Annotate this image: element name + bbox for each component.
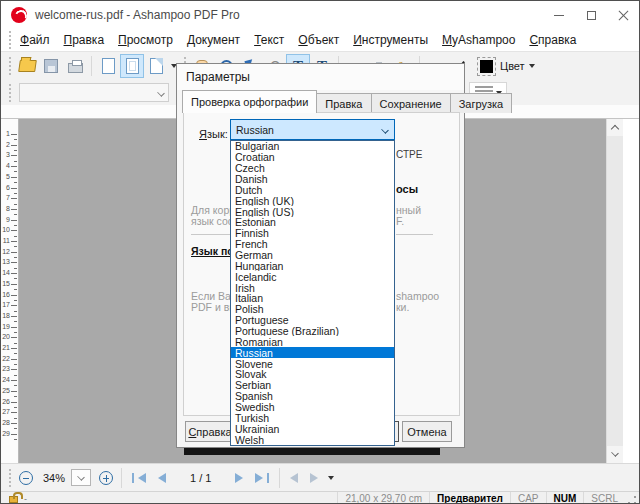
language-option[interactable]: Croatian [231, 152, 394, 163]
language-option[interactable]: Welsh [231, 434, 394, 445]
vertical-scrollbar[interactable] [606, 119, 623, 463]
page-view-3-button[interactable] [144, 54, 168, 78]
ruler-number: 24 [2, 376, 10, 383]
ruler-half-tick [14, 343, 17, 344]
caps-lock-indicator: CAP [510, 492, 546, 504]
language-option[interactable]: Spanish [231, 391, 394, 402]
language-combobox[interactable]: Russian [230, 119, 395, 140]
dialog-title-bar[interactable]: Параметры [177, 64, 464, 90]
language-option[interactable]: Slovak [231, 369, 394, 380]
zoom-nav-bar: 34% 1 / 1 [1, 463, 639, 491]
print-icon [68, 63, 83, 73]
cancel-button[interactable]: Отмена [402, 421, 452, 442]
page-view-1-button[interactable] [96, 54, 120, 78]
language-option[interactable]: Bulgarian [231, 141, 394, 152]
scroll-lock-indicator: SCRL [583, 492, 625, 504]
format-toolbar-grip[interactable] [9, 84, 11, 102]
language-option[interactable]: Finnish [231, 228, 394, 239]
color-swatch-icon[interactable] [480, 60, 493, 73]
ruler-half-tick [14, 182, 17, 183]
language-option[interactable]: Portuguese (Brazilian) [231, 326, 394, 337]
menu-item-5[interactable]: Текст [247, 31, 291, 49]
language-option[interactable]: Polish [231, 304, 394, 315]
ruler-number: 28 [2, 419, 10, 426]
dialog-tab-1[interactable]: Проверка орфографии [182, 90, 317, 113]
scroll-up-button[interactable] [607, 119, 623, 136]
menu-item-1[interactable]: Файл [13, 31, 57, 49]
ruler-number: 2 [6, 141, 10, 148]
menu-item-2[interactable]: Правка [57, 31, 112, 49]
ruler-half-tick [14, 246, 17, 247]
dialog-tab-4[interactable]: Загрузка [450, 93, 512, 113]
dialog-tab-3[interactable]: Сохранение [371, 93, 451, 113]
language-option[interactable]: Romanian [231, 336, 394, 347]
zoom-bar-grip[interactable] [9, 469, 11, 487]
ruler-tick [11, 145, 17, 146]
language-option[interactable]: German [231, 250, 394, 261]
language-option[interactable]: Dutch [231, 184, 394, 195]
language-option[interactable]: Serbian [231, 380, 394, 391]
nav-options-caret-icon[interactable] [328, 476, 334, 480]
language-option[interactable]: Russian [231, 347, 394, 358]
language-option[interactable]: English (US) [231, 206, 394, 217]
zoom-dropdown-button[interactable] [71, 469, 91, 486]
ruler-half-tick [14, 193, 17, 194]
color-label: Цвет [500, 60, 525, 72]
zoom-out-button[interactable] [19, 471, 33, 485]
language-option[interactable]: Icelandic [231, 271, 394, 282]
scroll-down-button[interactable] [607, 446, 623, 463]
dialog-tab-2[interactable]: Правка [316, 93, 371, 113]
language-option[interactable]: Turkish [231, 412, 394, 423]
language-option[interactable]: English (UK) [231, 195, 394, 206]
language-option[interactable]: French [231, 239, 394, 250]
toolbar-separator [91, 56, 92, 76]
print-button[interactable] [63, 54, 87, 78]
lock-open-icon[interactable] [9, 496, 18, 503]
maximize-button[interactable] [575, 1, 607, 29]
language-option[interactable]: Hungarian [231, 260, 394, 271]
language-option[interactable]: Swedish [231, 402, 394, 413]
bg-text-fragment: ки. [396, 301, 409, 313]
lock-options-dash[interactable]: - [24, 494, 27, 504]
separator-line [191, 234, 230, 235]
previous-page-button[interactable] [158, 473, 166, 483]
first-page-button[interactable] [132, 473, 146, 483]
language-option[interactable]: Czech [231, 163, 394, 174]
color-dropdown-caret-icon[interactable] [529, 64, 535, 68]
view-back-button[interactable] [290, 473, 298, 483]
language-option[interactable]: Irish [231, 282, 394, 293]
language-option[interactable]: Estonian [231, 217, 394, 228]
save-button[interactable] [39, 54, 63, 78]
last-page-button[interactable] [255, 473, 269, 483]
next-page-button[interactable] [235, 473, 243, 483]
menu-item-9[interactable]: Справка [522, 31, 583, 49]
bg-text-fragment: язык соо [191, 215, 234, 227]
language-option[interactable]: Portuguese [231, 315, 394, 326]
menu-item-8[interactable]: MyAshampoo [435, 31, 522, 49]
ruler-number: 16 [2, 291, 10, 298]
ruler-tick [11, 316, 17, 317]
ruler-half-tick [14, 289, 17, 290]
resize-grip[interactable] [627, 495, 637, 504]
view-forward-button[interactable] [310, 473, 318, 483]
open-file-button[interactable] [15, 54, 39, 78]
minimize-button[interactable] [543, 1, 575, 29]
close-button[interactable] [607, 1, 639, 29]
menu-item-4[interactable]: Документ [180, 31, 247, 49]
zoom-in-button[interactable] [99, 471, 113, 485]
ruler-number: 5 [6, 173, 10, 180]
toolbar-grip[interactable] [9, 57, 11, 75]
help-button[interactable]: Справка [185, 421, 235, 442]
bg-text-fragment: СТРЕ [396, 149, 422, 160]
language-option[interactable]: Danish [231, 174, 394, 185]
menu-item-6[interactable]: Объект [291, 31, 346, 49]
font-combobox[interactable] [19, 83, 169, 102]
language-option[interactable]: Slovene [231, 358, 394, 369]
combobox-chevron-icon [157, 89, 165, 97]
menubar-grip[interactable] [9, 31, 11, 49]
single-page-view-button[interactable] [120, 54, 144, 78]
menu-item-3[interactable]: Просмотр [111, 31, 180, 49]
language-option[interactable]: Ukrainian [231, 423, 394, 434]
language-option[interactable]: Italian [231, 293, 394, 304]
menu-item-7[interactable]: Инструменты [346, 31, 435, 49]
